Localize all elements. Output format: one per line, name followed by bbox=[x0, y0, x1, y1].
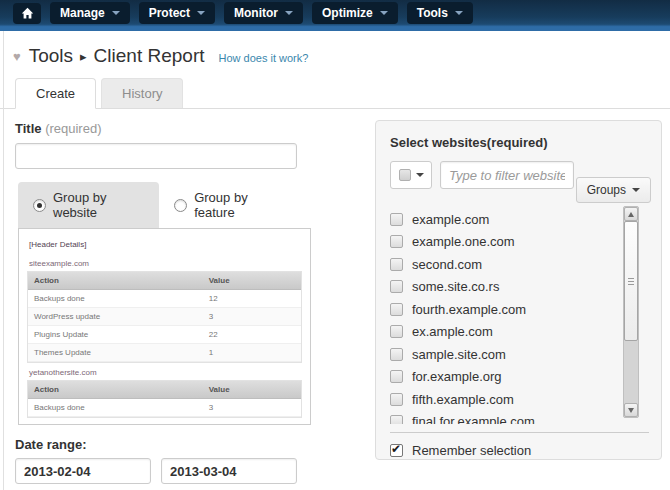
value-cell: 12 bbox=[203, 290, 301, 308]
date-to-input[interactable] bbox=[161, 458, 297, 484]
preview-table: Action Value Backups done 3 bbox=[27, 380, 302, 418]
website-list-item[interactable]: example.com bbox=[390, 211, 625, 227]
select-all-dropdown[interactable] bbox=[390, 161, 432, 189]
table-row: Themes Update 1 bbox=[28, 344, 301, 362]
nav-item-tools[interactable]: Tools bbox=[407, 2, 473, 24]
chevron-down-icon bbox=[455, 11, 463, 15]
group-mode-tabs: Group by website Group by feature bbox=[18, 182, 297, 228]
remember-selection-checkbox[interactable] bbox=[390, 444, 403, 457]
table-row: Backups done 12 bbox=[28, 290, 301, 308]
group-by-feature-radio[interactable] bbox=[174, 199, 187, 212]
website-label: for.example.org bbox=[412, 369, 502, 384]
website-checkbox[interactable] bbox=[390, 415, 403, 424]
website-list-item[interactable]: final.for.example.com bbox=[390, 414, 625, 425]
website-label: ex.ample.com bbox=[412, 324, 493, 339]
nav-item-label: Protect bbox=[149, 6, 190, 20]
chevron-down-icon bbox=[112, 11, 120, 15]
action-cell: Plugins Update bbox=[28, 326, 203, 344]
website-checkbox[interactable] bbox=[390, 393, 403, 406]
filter-websites-input[interactable] bbox=[440, 161, 574, 189]
website-checkbox[interactable] bbox=[390, 235, 403, 248]
scroll-up-button[interactable] bbox=[624, 207, 638, 221]
website-list-item[interactable]: second.com bbox=[390, 256, 625, 272]
preview-table: Action Value Backups done 12 WordPress u… bbox=[27, 271, 302, 363]
column-header-action: Action bbox=[28, 272, 203, 290]
scrollbar-grip-icon bbox=[628, 281, 634, 282]
website-checkbox[interactable] bbox=[390, 348, 403, 361]
groups-dropdown-button[interactable]: Groups bbox=[576, 177, 651, 203]
groups-button-label: Groups bbox=[587, 183, 626, 197]
website-checkbox[interactable] bbox=[390, 370, 403, 383]
value-cell: 1 bbox=[203, 344, 301, 362]
website-checkbox[interactable] bbox=[390, 325, 403, 338]
website-list-item[interactable]: some.site.co.rs bbox=[390, 279, 625, 295]
tab-group-by-feature[interactable]: Group by feature bbox=[159, 182, 297, 228]
website-checkbox[interactable] bbox=[390, 258, 403, 271]
website-label: sample.site.com bbox=[412, 347, 506, 362]
date-range-row bbox=[15, 458, 297, 484]
home-icon bbox=[21, 7, 34, 20]
header-details-placeholder: [Header Details] bbox=[29, 240, 302, 249]
group-by-website-label: Group by website bbox=[53, 190, 144, 220]
website-list-item[interactable]: fourth.example.com bbox=[390, 301, 625, 317]
select-websites-title: Select websites(required) bbox=[390, 135, 647, 150]
report-form: Title (required) Group by website Group … bbox=[15, 121, 297, 490]
breadcrumb-section[interactable]: Tools bbox=[29, 45, 73, 67]
scrollbar-thumb[interactable] bbox=[624, 221, 638, 341]
table-row: Backups done 3 bbox=[28, 399, 301, 417]
website-checkbox[interactable] bbox=[390, 280, 403, 293]
title-field-label: Title (required) bbox=[15, 121, 297, 136]
breadcrumb: ♥ Tools ▸ Client Report How does it work… bbox=[0, 31, 670, 67]
nav-item-label: Manage bbox=[60, 6, 105, 20]
nav-item-label: Tools bbox=[417, 6, 448, 20]
title-input[interactable] bbox=[15, 143, 297, 169]
website-checkbox[interactable] bbox=[390, 213, 403, 226]
scroll-down-button[interactable] bbox=[624, 403, 638, 417]
column-header-action: Action bbox=[28, 381, 203, 399]
top-navbar: Manage Protect Monitor Optimize Tools bbox=[0, 0, 670, 31]
website-list-item[interactable]: ex.ample.com bbox=[390, 324, 625, 340]
website-label: example.com bbox=[412, 212, 489, 227]
nav-item-protect[interactable]: Protect bbox=[139, 2, 215, 24]
website-label: example.one.com bbox=[412, 234, 515, 249]
website-label: second.com bbox=[412, 257, 482, 272]
value-cell: 3 bbox=[203, 308, 301, 326]
table-row: Plugins Update 22 bbox=[28, 326, 301, 344]
tab-group-by-website[interactable]: Group by website bbox=[18, 182, 159, 228]
website-checkbox[interactable] bbox=[390, 303, 403, 316]
report-preview: [Header Details] siteexample.com Action … bbox=[18, 228, 311, 425]
nav-item-manage[interactable]: Manage bbox=[50, 2, 130, 24]
column-header-value: Value bbox=[203, 272, 301, 290]
how-does-it-work-link[interactable]: How does it work? bbox=[219, 52, 309, 64]
preview-site-name: yetanothersite.com bbox=[29, 368, 302, 377]
preview-site-name: siteexample.com bbox=[29, 259, 302, 268]
action-cell: Backups done bbox=[28, 290, 203, 308]
date-from-input[interactable] bbox=[15, 458, 151, 484]
table-row: WordPress update 3 bbox=[28, 308, 301, 326]
nav-item-optimize[interactable]: Optimize bbox=[312, 2, 398, 24]
divider bbox=[390, 432, 649, 433]
chevron-down-icon bbox=[380, 11, 388, 15]
website-list-scrollbar[interactable] bbox=[623, 206, 639, 418]
website-list-item[interactable]: fifth.example.com bbox=[390, 391, 625, 407]
remember-selection-label: Remember selection bbox=[412, 443, 531, 458]
website-list-item[interactable]: example.one.com bbox=[390, 234, 625, 250]
website-label: fourth.example.com bbox=[412, 302, 526, 317]
remember-selection-row[interactable]: Remember selection bbox=[390, 443, 531, 458]
website-list-item[interactable]: for.example.org bbox=[390, 369, 625, 385]
action-cell: Backups done bbox=[28, 399, 203, 417]
select-all-checkbox[interactable] bbox=[399, 169, 411, 181]
breadcrumb-separator-icon: ▸ bbox=[80, 49, 87, 64]
website-list: example.com example.one.com second.com s… bbox=[390, 211, 625, 424]
website-label: fifth.example.com bbox=[412, 392, 514, 407]
nav-item-monitor[interactable]: Monitor bbox=[224, 2, 303, 24]
home-button[interactable] bbox=[13, 3, 41, 24]
value-cell: 22 bbox=[203, 326, 301, 344]
title-required-hint: (required) bbox=[45, 121, 101, 136]
group-by-website-radio[interactable] bbox=[33, 199, 46, 212]
group-by-feature-label: Group by feature bbox=[194, 190, 282, 220]
heart-icon: ♥ bbox=[13, 49, 21, 64]
page-title: Client Report bbox=[94, 45, 205, 67]
website-list-item[interactable]: sample.site.com bbox=[390, 346, 625, 362]
date-range-label: Date range: bbox=[15, 437, 297, 452]
